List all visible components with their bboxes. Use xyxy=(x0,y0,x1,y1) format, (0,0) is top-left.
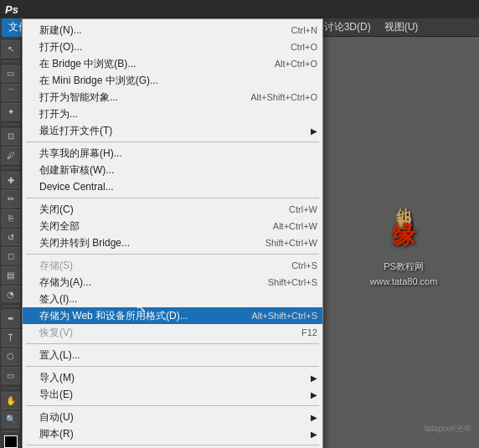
menu-select[interactable]: 选择(S) xyxy=(183,18,230,37)
left-toolbar: ↖ ▭ ⌒ ✦ ⊡ 🖊 ✚ ✏ ⎘ ↺ ◻ ▤ ◔ ✒ T ⬡ ▭ ✋ 🔍 xyxy=(0,37,22,448)
deco-vertical-text: 他让我帮你 xyxy=(396,196,411,213)
tool-separator-5 xyxy=(3,388,19,389)
menu-extra1[interactable]: 思考精进讨论3D(D) xyxy=(277,18,378,37)
decoration-area: 他让我帮你 缘 PS教程网 www.tata80.com xyxy=(328,37,479,448)
deco-subtitle-line1: PS教程网 xyxy=(384,261,424,271)
tool-shape[interactable]: ▭ xyxy=(2,367,20,384)
tool-path[interactable]: ⬡ xyxy=(2,348,20,366)
tool-hand[interactable]: ✋ xyxy=(2,392,20,409)
tool-crop[interactable]: ⊡ xyxy=(2,128,20,146)
tool-gradient[interactable]: ▤ xyxy=(2,266,20,284)
tool-zoom[interactable]: 🔍 xyxy=(2,411,20,429)
menu-file[interactable]: 文件(F) xyxy=(2,18,48,37)
tool-brush[interactable]: ✏ xyxy=(2,190,20,208)
app-logo: Ps xyxy=(5,3,18,16)
tool-wand[interactable]: ✦ xyxy=(2,103,20,121)
tool-pen[interactable]: ✒ xyxy=(2,310,20,327)
tool-separator-2 xyxy=(3,124,19,125)
title-bar: Ps xyxy=(0,0,479,18)
tool-foreground-color[interactable] xyxy=(4,435,18,448)
tool-lasso[interactable]: ⌒ xyxy=(2,84,20,101)
main-area: 他让我帮你 缘 PS教程网 www.tata80.com tatapixel光年 xyxy=(22,37,479,448)
tool-text[interactable]: T xyxy=(2,329,20,347)
tool-separator-6 xyxy=(3,431,19,432)
tool-heal[interactable]: ✚ xyxy=(2,172,20,189)
menu-image[interactable]: 图像(I) xyxy=(95,18,137,37)
menu-filter[interactable]: 滤镜(T) xyxy=(230,18,276,37)
tool-marquee[interactable]: ▭ xyxy=(2,65,20,83)
watermark: tatapixel光年 xyxy=(425,423,472,435)
tool-arrow[interactable]: ↖ xyxy=(2,40,20,58)
tool-eraser[interactable]: ◻ xyxy=(2,247,20,265)
menu-edit[interactable]: 编辑(E) xyxy=(48,18,95,37)
deco-subtitle-line2: www.tata80.com xyxy=(370,276,438,286)
tool-history[interactable]: ↺ xyxy=(2,229,20,246)
menu-layer[interactable]: 图层(L) xyxy=(138,18,184,37)
tool-separator-3 xyxy=(3,167,19,168)
deco-seal: 缘 xyxy=(392,219,415,251)
tool-separator-4 xyxy=(3,306,19,306)
tool-stamp[interactable]: ⎘ xyxy=(2,209,20,227)
menu-bar: 文件(F) 编辑(E) 图像(I) 图层(L) 选择(S) 滤镜(T) 思考精进… xyxy=(0,18,479,37)
tool-separator xyxy=(3,61,19,62)
deco-subtitle: PS教程网 www.tata80.com xyxy=(370,260,438,289)
tool-dodge[interactable]: ◔ xyxy=(2,286,20,303)
menu-extra2[interactable]: 视图(U) xyxy=(378,18,425,37)
tool-eyedropper[interactable]: 🖊 xyxy=(2,147,20,164)
